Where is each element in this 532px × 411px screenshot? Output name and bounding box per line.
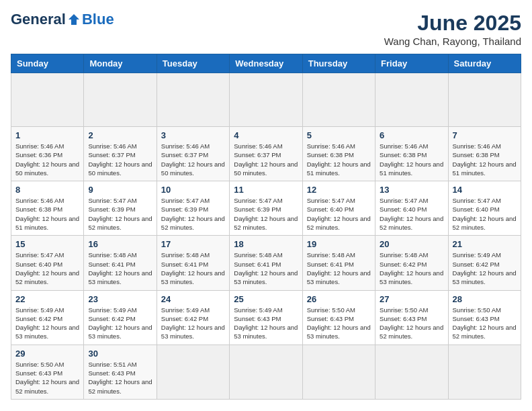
day-number: 19	[307, 239, 371, 249]
day-info: Sunrise: 5:46 AMSunset: 6:38 PMDaylight:…	[307, 142, 371, 177]
day-number: 30	[88, 349, 152, 359]
calendar-cell	[230, 73, 302, 127]
calendar-weekday-header: Monday	[84, 54, 157, 73]
calendar-cell: 25Sunrise: 5:49 AMSunset: 6:43 PMDayligh…	[230, 290, 302, 345]
day-number: 22	[15, 294, 79, 304]
day-info: Sunrise: 5:46 AMSunset: 6:37 PMDaylight:…	[234, 142, 298, 177]
day-number: 6	[380, 130, 443, 140]
day-info: Sunrise: 5:50 AMSunset: 6:43 PMDaylight:…	[380, 306, 443, 341]
calendar-cell: 7Sunrise: 5:46 AMSunset: 6:38 PMDaylight…	[448, 127, 521, 181]
calendar-cell	[11, 73, 84, 127]
calendar-cell: 24Sunrise: 5:49 AMSunset: 6:42 PMDayligh…	[157, 290, 229, 345]
logo-blue: Blue	[82, 11, 114, 28]
calendar-cell: 17Sunrise: 5:48 AMSunset: 6:41 PMDayligh…	[157, 236, 229, 290]
day-info: Sunrise: 5:46 AMSunset: 6:38 PMDaylight:…	[380, 142, 443, 177]
day-number: 12	[307, 185, 371, 195]
day-number: 11	[234, 185, 298, 195]
calendar-cell	[302, 73, 375, 127]
calendar-cell: 5Sunrise: 5:46 AMSunset: 6:38 PMDaylight…	[302, 127, 375, 181]
day-info: Sunrise: 5:46 AMSunset: 6:37 PMDaylight:…	[161, 142, 225, 177]
calendar-cell: 2Sunrise: 5:46 AMSunset: 6:37 PMDaylight…	[84, 127, 157, 181]
day-number: 25	[234, 294, 298, 304]
calendar-header-row: SundayMondayTuesdayWednesdayThursdayFrid…	[11, 54, 521, 73]
day-number: 23	[88, 294, 152, 304]
page-header: General Blue June 2025 Wang Chan, Rayong…	[11, 11, 521, 47]
day-info: Sunrise: 5:49 AMSunset: 6:42 PMDaylight:…	[88, 306, 152, 341]
calendar-cell: 1Sunrise: 5:46 AMSunset: 6:36 PMDaylight…	[11, 127, 84, 181]
day-info: Sunrise: 5:51 AMSunset: 6:43 PMDaylight:…	[88, 360, 152, 396]
calendar-cell: 6Sunrise: 5:46 AMSunset: 6:38 PMDaylight…	[375, 127, 448, 181]
day-number: 8	[15, 185, 79, 195]
day-info: Sunrise: 5:48 AMSunset: 6:41 PMDaylight:…	[234, 250, 298, 286]
day-info: Sunrise: 5:48 AMSunset: 6:41 PMDaylight:…	[88, 250, 152, 286]
calendar-table: SundayMondayTuesdayWednesdayThursdayFrid…	[11, 54, 521, 400]
day-number: 5	[307, 130, 371, 140]
calendar-weekday-header: Saturday	[448, 54, 521, 73]
calendar-cell: 22Sunrise: 5:49 AMSunset: 6:42 PMDayligh…	[11, 290, 84, 345]
calendar-cell	[157, 345, 229, 399]
day-info: Sunrise: 5:49 AMSunset: 6:42 PMDaylight:…	[15, 306, 79, 341]
logo: General Blue	[11, 11, 114, 28]
calendar-cell: 21Sunrise: 5:49 AMSunset: 6:42 PMDayligh…	[448, 236, 521, 290]
calendar-cell: 16Sunrise: 5:48 AMSunset: 6:41 PMDayligh…	[84, 236, 157, 290]
day-number: 9	[88, 185, 152, 195]
day-info: Sunrise: 5:47 AMSunset: 6:39 PMDaylight:…	[234, 196, 298, 232]
calendar-weekday-header: Thursday	[302, 54, 375, 73]
calendar-cell: 15Sunrise: 5:47 AMSunset: 6:40 PMDayligh…	[11, 236, 84, 290]
calendar-cell: 3Sunrise: 5:46 AMSunset: 6:37 PMDaylight…	[157, 127, 229, 181]
day-number: 28	[453, 294, 517, 304]
day-info: Sunrise: 5:47 AMSunset: 6:40 PMDaylight:…	[453, 196, 517, 232]
calendar-cell	[302, 345, 375, 399]
calendar-cell: 27Sunrise: 5:50 AMSunset: 6:43 PMDayligh…	[375, 290, 448, 345]
calendar-cell	[375, 73, 448, 127]
day-number: 24	[161, 294, 225, 304]
logo-icon	[67, 13, 81, 26]
day-number: 18	[234, 239, 298, 249]
calendar-cell: 4Sunrise: 5:46 AMSunset: 6:37 PMDaylight…	[230, 127, 302, 181]
calendar-cell	[230, 345, 302, 399]
calendar-cell: 29Sunrise: 5:50 AMSunset: 6:43 PMDayligh…	[11, 345, 84, 399]
day-number: 7	[453, 130, 517, 140]
day-info: Sunrise: 5:46 AMSunset: 6:38 PMDaylight:…	[453, 142, 517, 177]
day-info: Sunrise: 5:48 AMSunset: 6:42 PMDaylight:…	[380, 250, 443, 286]
calendar-cell: 23Sunrise: 5:49 AMSunset: 6:42 PMDayligh…	[84, 290, 157, 345]
day-info: Sunrise: 5:48 AMSunset: 6:41 PMDaylight:…	[307, 250, 371, 286]
day-info: Sunrise: 5:50 AMSunset: 6:43 PMDaylight:…	[307, 306, 371, 341]
calendar-cell	[375, 345, 448, 399]
day-info: Sunrise: 5:49 AMSunset: 6:42 PMDaylight:…	[161, 306, 225, 341]
calendar-cell: 26Sunrise: 5:50 AMSunset: 6:43 PMDayligh…	[302, 290, 375, 345]
day-info: Sunrise: 5:46 AMSunset: 6:38 PMDaylight:…	[15, 196, 79, 232]
day-number: 27	[380, 294, 443, 304]
calendar-cell	[84, 73, 157, 127]
calendar-cell: 10Sunrise: 5:47 AMSunset: 6:39 PMDayligh…	[157, 181, 229, 236]
calendar-weekday-header: Friday	[375, 54, 448, 73]
day-info: Sunrise: 5:50 AMSunset: 6:43 PMDaylight:…	[15, 360, 79, 396]
logo-general: General	[11, 11, 66, 28]
day-info: Sunrise: 5:47 AMSunset: 6:40 PMDaylight:…	[307, 196, 371, 232]
day-number: 3	[161, 130, 225, 140]
calendar-weekday-header: Tuesday	[157, 54, 229, 73]
calendar-cell: 28Sunrise: 5:50 AMSunset: 6:43 PMDayligh…	[448, 290, 521, 345]
day-info: Sunrise: 5:49 AMSunset: 6:43 PMDaylight:…	[234, 306, 298, 341]
calendar-cell	[448, 345, 521, 399]
calendar-cell: 13Sunrise: 5:47 AMSunset: 6:40 PMDayligh…	[375, 181, 448, 236]
day-info: Sunrise: 5:47 AMSunset: 6:39 PMDaylight:…	[161, 196, 225, 232]
day-info: Sunrise: 5:50 AMSunset: 6:43 PMDaylight:…	[453, 306, 517, 341]
day-number: 16	[88, 239, 152, 249]
calendar-cell: 8Sunrise: 5:46 AMSunset: 6:38 PMDaylight…	[11, 181, 84, 236]
svg-marker-0	[69, 14, 79, 25]
day-info: Sunrise: 5:47 AMSunset: 6:40 PMDaylight:…	[380, 196, 443, 232]
calendar-cell	[157, 73, 229, 127]
day-info: Sunrise: 5:46 AMSunset: 6:37 PMDaylight:…	[88, 142, 152, 177]
day-number: 17	[161, 239, 225, 249]
day-number: 14	[453, 185, 517, 195]
title-block: June 2025 Wang Chan, Rayong, Thailand	[384, 11, 521, 47]
day-info: Sunrise: 5:49 AMSunset: 6:42 PMDaylight:…	[453, 250, 517, 286]
calendar-weekday-header: Wednesday	[230, 54, 302, 73]
day-info: Sunrise: 5:47 AMSunset: 6:39 PMDaylight:…	[88, 196, 152, 232]
calendar-cell: 20Sunrise: 5:48 AMSunset: 6:42 PMDayligh…	[375, 236, 448, 290]
calendar-cell: 9Sunrise: 5:47 AMSunset: 6:39 PMDaylight…	[84, 181, 157, 236]
day-info: Sunrise: 5:46 AMSunset: 6:36 PMDaylight:…	[15, 142, 79, 177]
calendar-cell: 14Sunrise: 5:47 AMSunset: 6:40 PMDayligh…	[448, 181, 521, 236]
day-number: 13	[380, 185, 443, 195]
